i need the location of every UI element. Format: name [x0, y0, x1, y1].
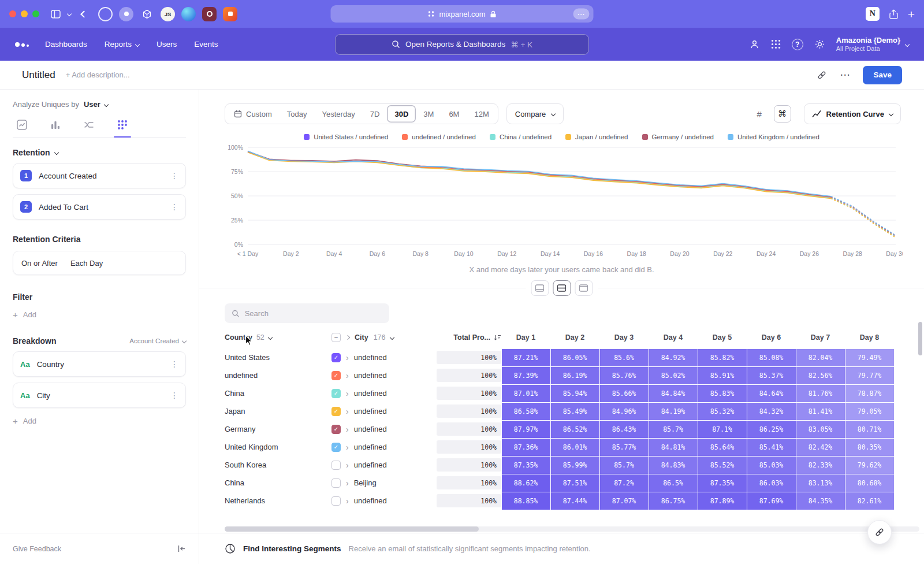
day-value-cell[interactable]: 81.41%: [796, 403, 845, 420]
legend-item[interactable]: United Kingdom / undefined: [728, 133, 819, 140]
day-value-cell[interactable]: 82.04%: [796, 349, 845, 366]
date-range-6m[interactable]: 6M: [441, 105, 467, 123]
day-value-cell[interactable]: 86.75%: [649, 492, 698, 510]
day-value-cell[interactable]: 86.01%: [551, 439, 599, 456]
legend-item[interactable]: Germany / undefined: [642, 133, 714, 140]
country-cell[interactable]: Germany: [225, 425, 331, 433]
total-cell[interactable]: 100%: [437, 369, 501, 382]
table-search[interactable]: [225, 303, 389, 323]
day-value-cell[interactable]: 85.6%: [600, 349, 649, 366]
day-column-header[interactable]: Day 2: [550, 333, 599, 342]
day-value-cell[interactable]: 85.94%: [551, 385, 599, 402]
day-value-cell[interactable]: 78.87%: [845, 385, 894, 402]
kebab-menu-icon[interactable]: ⋮: [170, 359, 178, 369]
legend-item[interactable]: undefined / undefined: [402, 133, 476, 140]
total-cell[interactable]: 100%: [437, 387, 501, 400]
day-column-header[interactable]: Day 4: [649, 333, 698, 342]
day-value-cell[interactable]: 80.68%: [845, 474, 894, 492]
help-icon[interactable]: ?: [792, 39, 803, 50]
city-column-header[interactable]: − City 176: [331, 333, 437, 342]
row-checkbox[interactable]: ✓: [331, 443, 341, 452]
country-cell[interactable]: China: [225, 389, 331, 398]
password-extension-icon[interactable]: [202, 7, 217, 21]
row-checkbox[interactable]: ✓: [331, 371, 341, 380]
address-more-button[interactable]: ⋯: [573, 9, 590, 20]
breakdown-item[interactable]: AaCountry⋮: [13, 351, 186, 377]
breakdown-item[interactable]: AaCity⋮: [13, 383, 186, 408]
day-value-cell[interactable]: 82.42%: [796, 439, 845, 456]
day-value-cell[interactable]: 87.69%: [747, 492, 796, 510]
day-value-cell[interactable]: 79.62%: [845, 457, 894, 474]
chart-only-toggle[interactable]: [531, 280, 549, 296]
tab-flows[interactable]: [83, 119, 95, 131]
day-column-header[interactable]: Day 3: [599, 333, 649, 342]
retention-section-header[interactable]: Retention: [13, 148, 186, 157]
day-value-cell[interactable]: 84.35%: [796, 492, 845, 510]
back-button[interactable]: [80, 10, 88, 18]
country-cell[interactable]: China: [225, 478, 331, 487]
retention-chart[interactable]: 0%25%50%75%100%< 1 DayDay 2Day 4Day 6Day…: [222, 143, 903, 262]
expand-chevron-icon[interactable]: ›: [346, 407, 349, 415]
day-value-cell[interactable]: 86.5%: [649, 474, 698, 492]
total-cell[interactable]: 100%: [437, 440, 501, 454]
browser-extension-icon[interactable]: [181, 7, 196, 21]
day-value-cell[interactable]: 87.39%: [502, 367, 550, 384]
breakdown-context-dropdown[interactable]: Account Created: [129, 337, 186, 344]
day-value-cell[interactable]: 85.02%: [649, 367, 698, 384]
nav-reports[interactable]: Reports: [105, 40, 139, 49]
day-value-cell[interactable]: 79.49%: [845, 349, 894, 366]
day-value-cell[interactable]: 83.05%: [796, 421, 845, 438]
row-checkbox[interactable]: [331, 461, 341, 470]
browser-sidebar-toggle-icon[interactable]: [51, 10, 61, 18]
gear-icon[interactable]: [814, 39, 825, 50]
kebab-menu-icon[interactable]: ⋮: [170, 391, 178, 400]
total-cell[interactable]: 100%: [437, 458, 501, 472]
vertical-scrollbar-thumb[interactable]: [918, 322, 922, 355]
users-icon[interactable]: [749, 39, 760, 50]
date-range-today[interactable]: Today: [280, 105, 315, 123]
day-value-cell[interactable]: 85.41%: [747, 439, 796, 456]
give-feedback-link[interactable]: Give Feedback: [13, 545, 61, 553]
day-value-cell[interactable]: 85.83%: [698, 385, 747, 402]
expand-chevron-icon[interactable]: ›: [346, 425, 349, 433]
country-cell[interactable]: undefined: [225, 371, 331, 380]
legend-item[interactable]: China / undefined: [490, 133, 552, 140]
day-value-cell[interactable]: 87.44%: [551, 492, 599, 510]
date-range-7d[interactable]: 7D: [363, 105, 388, 123]
day-column-header[interactable]: Day 8: [845, 333, 894, 342]
day-value-cell[interactable]: 85.03%: [747, 457, 796, 474]
expand-chevron-icon[interactable]: ›: [346, 389, 349, 398]
shopping-extension-icon[interactable]: [223, 7, 237, 21]
command-button[interactable]: ⌘: [774, 105, 791, 123]
date-range-12m[interactable]: 12M: [467, 105, 496, 123]
mixpanel-logo[interactable]: [15, 42, 29, 47]
series-line-dashed-3[interactable]: [831, 199, 896, 238]
day-value-cell[interactable]: 87.2%: [600, 474, 649, 492]
day-value-cell[interactable]: 85.7%: [600, 457, 649, 474]
apps-grid-icon[interactable]: [771, 39, 781, 49]
day-value-cell[interactable]: 85.76%: [600, 367, 649, 384]
day-value-cell[interactable]: 87.01%: [502, 385, 550, 402]
country-cell[interactable]: South Korea: [225, 461, 331, 469]
day-value-cell[interactable]: 85.37%: [747, 367, 796, 384]
city-name[interactable]: Beijing: [354, 478, 377, 487]
day-value-cell[interactable]: 87.51%: [551, 474, 599, 492]
day-column-header[interactable]: Day 6: [747, 333, 796, 342]
day-value-cell[interactable]: 84.83%: [649, 457, 698, 474]
day-value-cell[interactable]: 84.64%: [747, 385, 796, 402]
timer-extension-icon[interactable]: [98, 7, 113, 21]
day-value-cell[interactable]: 87.35%: [502, 457, 550, 474]
day-value-cell[interactable]: 85.64%: [698, 439, 747, 456]
day-value-cell[interactable]: 79.77%: [845, 367, 894, 384]
nav-events[interactable]: Events: [194, 40, 218, 49]
date-range-30d[interactable]: 30D: [387, 105, 416, 123]
day-value-cell[interactable]: 84.96%: [600, 403, 649, 420]
new-tab-button[interactable]: +: [908, 8, 915, 20]
row-checkbox[interactable]: ✓: [331, 425, 341, 434]
city-name[interactable]: undefined: [354, 353, 387, 362]
compare-button[interactable]: Compare: [506, 103, 564, 124]
expand-chevron-icon[interactable]: ›: [346, 372, 349, 380]
kebab-menu-icon[interactable]: ⋮: [170, 171, 178, 180]
day-value-cell[interactable]: 82.61%: [845, 492, 894, 510]
nav-dashboards[interactable]: Dashboards: [45, 40, 87, 49]
